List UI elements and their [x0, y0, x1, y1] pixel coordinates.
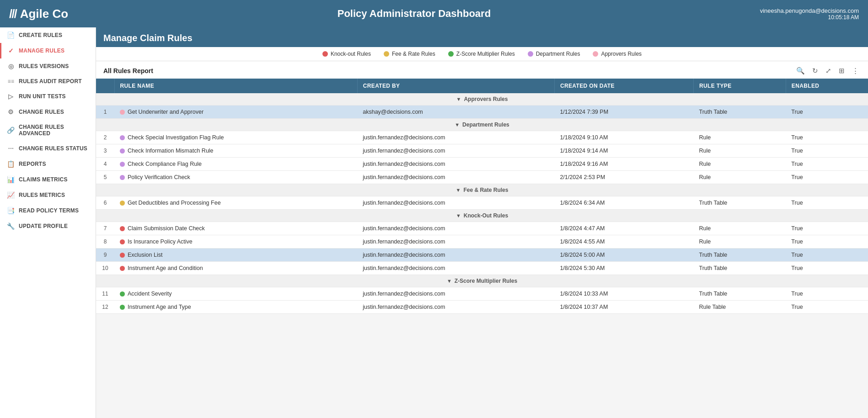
row-num: 4: [96, 158, 114, 171]
sidebar-label-change-rules: CHANGE RULES: [19, 109, 64, 115]
sidebar-item-change-rules-status[interactable]: ··· CHANGE RULES STATUS: [0, 141, 96, 156]
row-rule-name: Accident Severity: [114, 287, 357, 301]
table-row[interactable]: 5Policy Verification Checkjustin.fernand…: [96, 171, 868, 184]
sidebar-item-rules-audit-report[interactable]: ≡≡ RULES AUDIT REPORT: [0, 74, 96, 89]
report-title: All Rules Report: [103, 67, 153, 74]
rule-type-dot: [120, 110, 125, 115]
expand-icon[interactable]: ⤢: [824, 66, 833, 76]
sidebar-item-create-rules[interactable]: 📄 CREATE RULES: [0, 27, 96, 43]
chevron-icon[interactable]: ▼: [456, 96, 461, 102]
table-row[interactable]: 6Get Deductibles and Processing Feejusti…: [96, 196, 868, 210]
legend-zscore-label: Z-Score Multiplier Rules: [456, 51, 515, 57]
sidebar-item-run-unit-tests[interactable]: ▷ RUN UNIT TESTS: [0, 89, 96, 104]
legend-fee-rate: Fee & Rate Rules: [384, 51, 435, 57]
row-created-on: 1/8/2024 4:47 AM: [554, 222, 693, 235]
rule-type-dot: [120, 148, 125, 153]
col-rule-name: RULE NAME: [114, 79, 357, 93]
knockout-dot: [322, 51, 328, 57]
rule-type-dot: [120, 291, 125, 296]
table-row[interactable]: 4Check Compliance Flag Rulejustin.fernan…: [96, 158, 868, 171]
table-row[interactable]: 1Get Underwriter and Approverakshay@deci…: [96, 106, 868, 119]
legend-knockout-label: Knock-out Rules: [331, 51, 371, 57]
table-row[interactable]: 10Instrument Age and Conditionjustin.fer…: [96, 262, 868, 275]
col-rule-type: RULE TYPE: [693, 79, 786, 93]
row-enabled: True: [786, 249, 868, 262]
table-row[interactable]: 12Instrument Age and Typejustin.fernande…: [96, 301, 868, 314]
sidebar-item-rules-metrics[interactable]: 📈 RULES METRICS: [0, 187, 96, 203]
refresh-icon[interactable]: ↻: [810, 66, 820, 76]
sidebar-item-rules-versions[interactable]: ◎ RULES VERSIONS: [0, 58, 96, 74]
table-row[interactable]: 9Exclusion Listjustin.fernandez@decision…: [96, 249, 868, 262]
chevron-icon[interactable]: ▼: [456, 213, 461, 218]
row-num: 10: [96, 262, 114, 275]
table-row[interactable]: 11Accident Severityjustin.fernandez@deci…: [96, 287, 868, 301]
table-row[interactable]: 3Check Information Mismatch Rulejustin.f…: [96, 144, 868, 158]
row-num: 1: [96, 106, 114, 119]
sidebar-item-claims-metrics[interactable]: 📊 CLAIMS METRICS: [0, 172, 96, 187]
report-header: All Rules Report 🔍 ↻ ⤢ ⊞ ⋮: [96, 61, 868, 79]
chevron-icon[interactable]: ▼: [455, 122, 460, 127]
row-rule-type: Truth Table: [693, 106, 786, 119]
row-created-on: 1/8/2024 5:30 AM: [554, 262, 693, 275]
app-header: /// Agile Co Policy Administrator Dashbo…: [0, 0, 868, 27]
sidebar-item-manage-rules[interactable]: ✓ MANAGE RULES: [0, 43, 96, 58]
table-row[interactable]: 7Claim Submission Date Checkjustin.ferna…: [96, 222, 868, 235]
row-num: 9: [96, 249, 114, 262]
rule-type-dot: [120, 135, 125, 140]
row-created-on: 1/8/2024 10:37 AM: [554, 301, 693, 314]
sidebar-label-change-rules-status: CHANGE RULES STATUS: [19, 145, 87, 152]
search-icon[interactable]: 🔍: [794, 66, 807, 76]
row-created-on: 1/12/2024 7:39 PM: [554, 106, 693, 119]
sidebar-label-create-rules: CREATE RULES: [19, 32, 62, 38]
chevron-icon[interactable]: ▼: [456, 187, 461, 193]
sidebar-label-read-policy-terms: READ POLICY TERMS: [19, 207, 79, 214]
row-enabled: True: [786, 131, 868, 144]
col-created-by: CREATED BY: [357, 79, 554, 93]
sidebar-item-read-policy-terms[interactable]: 📑 READ POLICY TERMS: [0, 203, 96, 218]
row-num: 7: [96, 222, 114, 235]
logo-name: Agile Co: [20, 7, 68, 21]
section-label: ▼Approvers Rules: [96, 93, 868, 106]
report-toolbar: 🔍 ↻ ⤢ ⊞ ⋮: [794, 66, 861, 76]
sidebar-item-update-profile[interactable]: 🔧 UPDATE PROFILE: [0, 218, 96, 234]
col-created-on: CREATED ON DATE: [554, 79, 693, 93]
col-enabled: ENABLED: [786, 79, 868, 93]
row-created-by: akshay@decisions.com: [357, 106, 554, 119]
sidebar-item-change-rules-advanced[interactable]: 🔗 CHANGE RULES ADVANCED: [0, 120, 96, 141]
row-rule-name: Check Information Mismatch Rule: [114, 144, 357, 158]
table-row[interactable]: 2Check Special Investigation Flag Ruleju…: [96, 131, 868, 144]
logo-slashes: ///: [9, 7, 16, 21]
row-rule-type: Truth Table: [693, 249, 786, 262]
sidebar-item-change-rules[interactable]: ⚙ CHANGE RULES: [0, 104, 96, 120]
row-rule-type: Rule: [693, 235, 786, 249]
legend-bar: Knock-out Rules Fee & Rate Rules Z-Score…: [96, 47, 868, 61]
chevron-icon[interactable]: ▼: [447, 278, 452, 284]
rules-audit-icon: ≡≡: [7, 78, 15, 85]
header-user-info: vineesha.penugonda@decisions.com 10:05:1…: [760, 7, 859, 21]
approvers-dot: [593, 51, 598, 57]
row-num: 2: [96, 131, 114, 144]
claims-metrics-icon: 📊: [7, 176, 15, 183]
reports-icon: 📋: [7, 160, 15, 168]
row-created-on: 1/18/2024 9:14 AM: [554, 144, 693, 158]
row-enabled: True: [786, 171, 868, 184]
row-created-by: justin.fernandez@decisions.com: [357, 301, 554, 314]
rules-table: RULE NAME CREATED BY CREATED ON DATE RUL…: [96, 79, 868, 314]
run-unit-tests-icon: ▷: [7, 93, 15, 100]
row-rule-type: Rule: [693, 222, 786, 235]
change-rules-icon: ⚙: [7, 108, 15, 116]
sidebar-item-reports[interactable]: 📋 REPORTS: [0, 156, 96, 172]
sidebar-label-rules-versions: RULES VERSIONS: [19, 63, 69, 69]
table-row[interactable]: 8Is Insurance Policy Activejustin.fernan…: [96, 235, 868, 249]
more-icon[interactable]: ⋮: [850, 66, 861, 76]
row-rule-type: Rule: [693, 158, 786, 171]
grid-icon[interactable]: ⊞: [837, 66, 847, 76]
row-enabled: True: [786, 144, 868, 158]
row-rule-name: Get Deductibles and Processing Fee: [114, 196, 357, 210]
rule-type-dot: [120, 266, 125, 271]
row-rule-name: Instrument Age and Condition: [114, 262, 357, 275]
row-rule-name: Check Special Investigation Flag Rule: [114, 131, 357, 144]
fee-rate-dot: [384, 51, 389, 57]
row-enabled: True: [786, 158, 868, 171]
row-rule-name: Get Underwriter and Approver: [114, 106, 357, 119]
